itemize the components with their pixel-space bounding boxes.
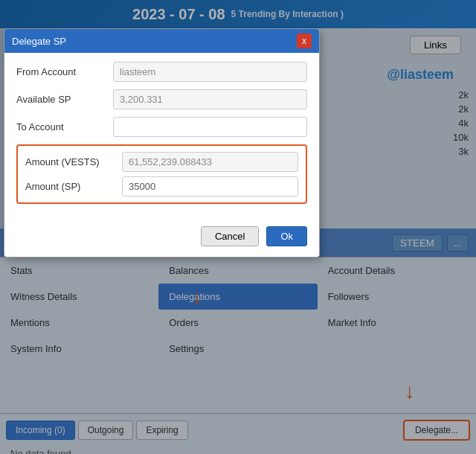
amount-sp-input[interactable] [122, 176, 298, 196]
amount-sp-row: Amount (SP) [25, 176, 298, 196]
amount-vests-label: Amount (VESTS) [25, 156, 122, 167]
available-sp-label: Available SP [16, 94, 113, 105]
ok-button[interactable]: Ok [266, 226, 307, 246]
amount-sp-label: Amount (SP) [25, 181, 122, 192]
amount-vests-input[interactable] [122, 152, 298, 172]
dialog-footer: Cancel Ok [4, 220, 319, 257]
dialog-header: Delegate SP x [4, 29, 319, 53]
amount-section: Amount (VESTS) Amount (SP) [16, 144, 307, 204]
from-account-label: From Account [16, 66, 113, 77]
from-account-row: From Account [16, 62, 307, 82]
cancel-button[interactable]: Cancel [201, 226, 259, 246]
to-account-row: To Account [16, 117, 307, 137]
dialog-body: From Account Available SP To Account Amo… [4, 53, 319, 220]
available-sp-input [113, 89, 307, 109]
amount-vests-row: Amount (VESTS) [25, 152, 298, 172]
dialog-title: Delegate SP [12, 36, 66, 47]
available-sp-row: Available SP [16, 89, 307, 109]
delegate-sp-dialog: Delegate SP x From Account Available SP … [4, 28, 320, 258]
dialog-close-button[interactable]: x [297, 33, 312, 48]
to-account-input[interactable] [113, 117, 307, 137]
to-account-label: To Account [16, 121, 113, 132]
from-account-input[interactable] [113, 62, 307, 82]
